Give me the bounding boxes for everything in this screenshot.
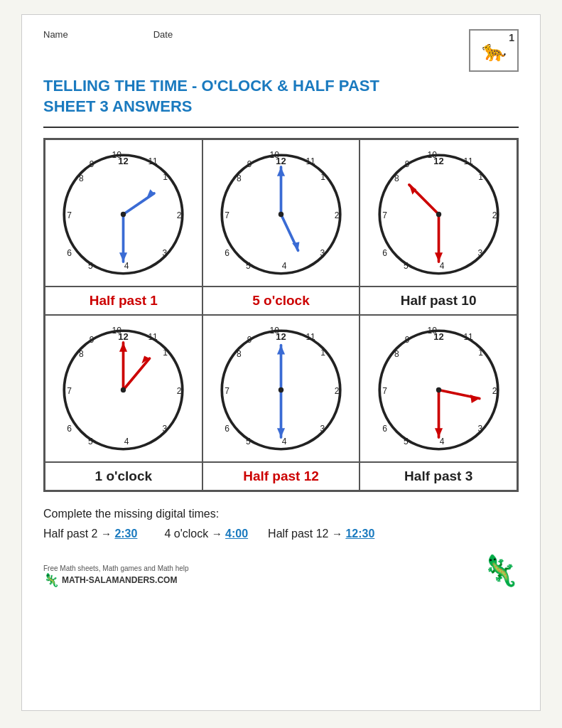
svg-text:1: 1 (478, 173, 483, 183)
clock-grid: 12 1 2 3 4 5 6 7 8 9 10 11 (43, 138, 519, 492)
svg-text:1: 1 (163, 173, 168, 183)
clock-cell-1: 12 1 2 3 4 5 6 7 8 9 10 11 (45, 139, 202, 287)
name-label: Name (43, 29, 68, 40)
svg-text:1: 1 (320, 348, 325, 358)
clock-1: 12 1 2 3 4 5 6 7 8 9 10 11 (58, 149, 189, 280)
svg-text:9: 9 (404, 159, 409, 169)
svg-text:10: 10 (112, 326, 122, 336)
name-date: Name Date (43, 29, 173, 40)
clock-6: 12 1 2 3 4 5 6 7 8 9 10 11 (373, 324, 504, 456)
svg-point-35 (279, 212, 283, 217)
logo-box: 1 🐆 (469, 29, 519, 72)
svg-text:6: 6 (382, 424, 387, 434)
svg-text:4: 4 (439, 261, 444, 271)
page: Name Date 1 🐆 TELLING THE TIME - O'CLOCK… (21, 14, 541, 711)
svg-text:7: 7 (225, 386, 229, 396)
svg-text:3: 3 (477, 248, 482, 258)
svg-text:7: 7 (67, 210, 72, 220)
svg-text:11: 11 (148, 332, 158, 342)
svg-text:3: 3 (163, 424, 168, 434)
svg-point-17 (121, 212, 126, 217)
svg-text:9: 9 (404, 335, 409, 345)
svg-text:1: 1 (320, 173, 325, 183)
clock-cell-2: 12 1 2 3 4 5 6 7 8 9 10 11 (202, 139, 360, 287)
svg-text:10: 10 (270, 150, 280, 160)
svg-text:10: 10 (112, 150, 122, 160)
svg-text:11: 11 (463, 332, 473, 342)
svg-text:6: 6 (225, 424, 229, 434)
svg-point-53 (436, 212, 441, 217)
svg-text:11: 11 (306, 332, 315, 342)
svg-text:11: 11 (463, 156, 473, 166)
svg-text:6: 6 (67, 424, 72, 434)
svg-text:5: 5 (246, 437, 251, 446)
clock-cell-3: 12 1 2 3 4 5 6 7 8 9 10 11 (360, 139, 517, 287)
svg-text:8: 8 (237, 173, 242, 183)
label-cell-2: 5 o'clock (202, 287, 360, 315)
svg-text:9: 9 (247, 159, 252, 169)
clock-cell-4: 12 1 2 3 4 5 6 7 8 9 10 11 (45, 315, 202, 462)
svg-text:10: 10 (427, 326, 437, 336)
svg-text:8: 8 (79, 173, 84, 183)
svg-text:4: 4 (282, 261, 287, 271)
footer: Free Math sheets, Math games and Math he… (43, 553, 519, 588)
title-divider (43, 127, 519, 128)
svg-text:5: 5 (88, 437, 93, 446)
svg-text:3: 3 (163, 248, 168, 258)
svg-text:11: 11 (148, 156, 158, 166)
clock-cell-6: 12 1 2 3 4 5 6 7 8 9 10 11 (360, 315, 517, 462)
svg-text:4: 4 (124, 437, 129, 446)
svg-text:4: 4 (282, 437, 287, 446)
svg-text:11: 11 (306, 156, 315, 166)
svg-point-107 (436, 387, 441, 392)
svg-text:3: 3 (477, 424, 482, 434)
svg-text:2: 2 (335, 386, 340, 396)
svg-text:8: 8 (394, 173, 399, 183)
svg-text:8: 8 (79, 349, 84, 359)
date-label: Date (153, 29, 173, 40)
header-row: Name Date 1 🐆 (43, 29, 519, 72)
clock-2: 12 1 2 3 4 5 6 7 8 9 10 11 (215, 149, 347, 280)
clock-cell-5: 12 1 2 3 4 5 6 7 8 9 10 11 (202, 315, 360, 462)
svg-text:9: 9 (90, 335, 94, 345)
clock-4: 12 1 2 3 4 5 6 7 8 9 10 11 (58, 324, 189, 456)
svg-text:5: 5 (246, 261, 251, 271)
digital-section-title: Complete the missing digital times: (43, 508, 519, 520)
svg-text:4: 4 (439, 437, 444, 446)
svg-text:8: 8 (237, 349, 242, 359)
svg-text:6: 6 (225, 248, 229, 258)
digital-item-3-text: Half past 12 → 12:30 (268, 528, 374, 540)
svg-text:2: 2 (335, 210, 340, 220)
svg-point-71 (121, 387, 126, 392)
label-cell-5: Half past 12 (202, 462, 360, 491)
logo-animal-icon: 🐆 (482, 39, 507, 63)
svg-text:7: 7 (382, 386, 387, 396)
label-cell-3: Half past 10 (360, 287, 517, 315)
svg-text:4: 4 (124, 261, 129, 271)
svg-text:6: 6 (67, 248, 72, 258)
logo-number: 1 (509, 32, 514, 43)
label-cell-1: Half past 1 (45, 287, 202, 315)
clock-3: 12 1 2 3 4 5 6 7 8 9 10 11 (373, 149, 504, 280)
clock-5: 12 1 2 3 4 5 6 7 8 9 10 11 (215, 324, 347, 456)
page-title: TELLING THE TIME - O'CLOCK & HALF PAST S… (43, 76, 519, 117)
gecko-icon: 🦎 (482, 553, 519, 588)
svg-text:7: 7 (67, 386, 72, 396)
label-cell-4: 1 o'clock (45, 462, 202, 491)
svg-text:10: 10 (427, 150, 437, 160)
svg-text:3: 3 (320, 248, 325, 258)
label-cell-6: Half past 3 (360, 462, 517, 491)
digital-item-1-text: Half past 2 → 2:30 (43, 528, 137, 540)
footer-site-name: MATH-SALAMANDERS.COM (62, 575, 177, 585)
footer-logo: Free Math sheets, Math games and Math he… (43, 564, 189, 588)
svg-text:2: 2 (177, 210, 182, 220)
svg-text:7: 7 (225, 210, 229, 220)
svg-text:10: 10 (270, 326, 280, 336)
svg-text:9: 9 (247, 335, 252, 345)
svg-point-89 (279, 387, 283, 392)
svg-text:2: 2 (492, 386, 497, 396)
svg-text:2: 2 (492, 210, 497, 220)
svg-text:9: 9 (90, 159, 94, 169)
digital-row: Half past 2 → 2:30 4 o'clock → 4:00 Half… (43, 528, 519, 540)
svg-text:2: 2 (177, 386, 182, 396)
